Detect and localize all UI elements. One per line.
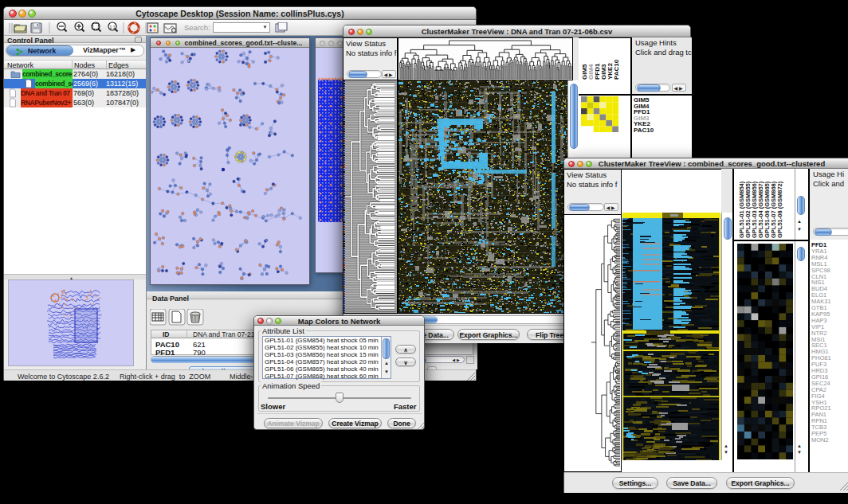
svg-text:1:1: 1:1 (110, 25, 116, 29)
svg-text:Search:: Search: (184, 23, 210, 32)
